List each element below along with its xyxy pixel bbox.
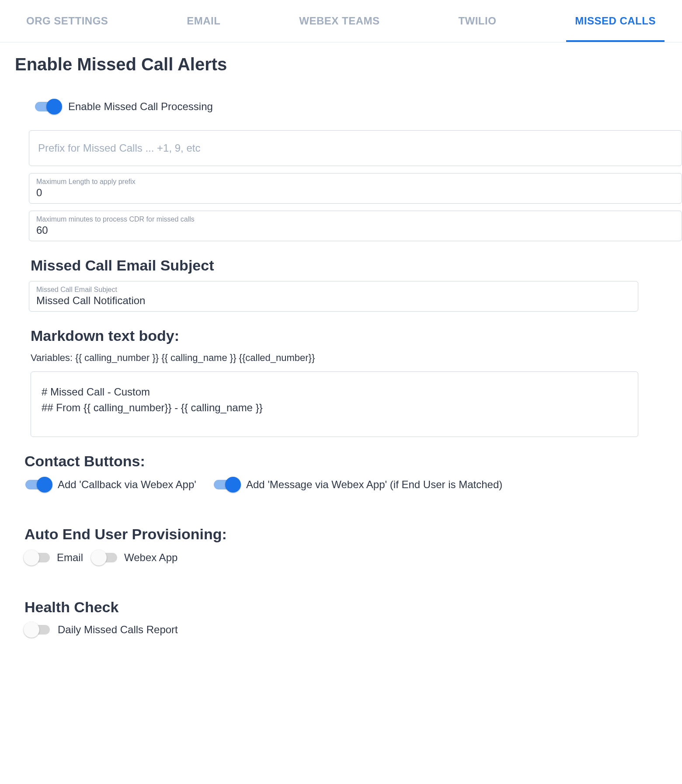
markdown-heading: Markdown text body: <box>31 327 682 344</box>
toggle-knob-icon <box>225 477 241 493</box>
toggle-knob-icon <box>24 622 39 638</box>
daily-report-label: Daily Missed Calls Report <box>58 624 178 636</box>
callback-label: Add 'Callback via Webex App' <box>58 479 196 491</box>
contact-buttons-heading: Contact Buttons: <box>24 453 682 470</box>
max-length-field[interactable]: Maximum Length to apply prefix <box>29 173 682 204</box>
max-length-input[interactable] <box>36 187 675 199</box>
callback-item: Add 'Callback via Webex App' <box>25 479 196 491</box>
page-title: Enable Missed Call Alerts <box>15 55 682 74</box>
daily-report-toggle[interactable] <box>25 625 50 635</box>
provision-email-label: Email <box>57 552 83 564</box>
enable-processing-label: Enable Missed Call Processing <box>68 101 213 113</box>
message-label: Add 'Message via Webex App' (if End User… <box>246 479 502 491</box>
max-minutes-field[interactable]: Maximum minutes to process CDR for misse… <box>29 211 682 241</box>
enable-processing-row: Enable Missed Call Processing <box>35 101 682 113</box>
markdown-body-field[interactable]: # Missed Call - Custom ## From {{ callin… <box>31 371 638 437</box>
max-length-label: Maximum Length to apply prefix <box>36 178 675 186</box>
provision-webex-item: Webex App <box>93 552 177 564</box>
message-toggle[interactable] <box>214 480 238 489</box>
toggle-knob-icon <box>91 550 107 565</box>
toggle-knob-icon <box>46 99 62 114</box>
enable-processing-toggle[interactable] <box>35 102 59 111</box>
tab-missed-calls[interactable]: MISSED CALLS <box>566 0 665 42</box>
markdown-body-textarea[interactable]: # Missed Call - Custom ## From {{ callin… <box>42 384 627 416</box>
provision-webex-toggle[interactable] <box>93 553 117 562</box>
variables-hint: Variables: {{ calling_number }} {{ calli… <box>31 352 682 364</box>
email-subject-field[interactable]: Missed Call Email Subject <box>29 281 638 312</box>
callback-toggle[interactable] <box>25 480 50 489</box>
tab-org-settings[interactable]: ORG SETTINGS <box>17 0 117 42</box>
provision-webex-label: Webex App <box>124 552 177 564</box>
toggle-knob-icon <box>37 477 52 493</box>
max-minutes-input[interactable] <box>36 224 675 236</box>
health-check-row: Daily Missed Calls Report <box>25 624 682 636</box>
toggle-knob-icon <box>24 550 39 565</box>
tabs-bar: ORG SETTINGS EMAIL WEBEX TEAMS TWILIO MI… <box>0 0 682 42</box>
prefix-input[interactable] <box>38 142 673 154</box>
email-subject-heading: Missed Call Email Subject <box>31 257 682 274</box>
prefix-field[interactable] <box>29 130 682 166</box>
contact-buttons-row: Add 'Callback via Webex App' Add 'Messag… <box>25 479 682 491</box>
email-subject-input[interactable] <box>36 295 631 307</box>
settings-page: ORG SETTINGS EMAIL WEBEX TEAMS TWILIO MI… <box>0 0 682 784</box>
provision-email-toggle[interactable] <box>25 553 50 562</box>
auto-provisioning-heading: Auto End User Provisioning: <box>24 526 682 543</box>
provision-email-item: Email <box>25 552 83 564</box>
tab-webex-teams[interactable]: WEBEX TEAMS <box>290 0 388 42</box>
tab-twilio[interactable]: TWILIO <box>449 0 505 42</box>
max-minutes-label: Maximum minutes to process CDR for misse… <box>36 215 675 223</box>
provisioning-row: Email Webex App <box>25 552 682 564</box>
health-check-heading: Health Check <box>24 599 682 616</box>
email-subject-label: Missed Call Email Subject <box>36 286 631 294</box>
tab-email[interactable]: EMAIL <box>178 0 229 42</box>
message-item: Add 'Message via Webex App' (if End User… <box>214 479 502 491</box>
